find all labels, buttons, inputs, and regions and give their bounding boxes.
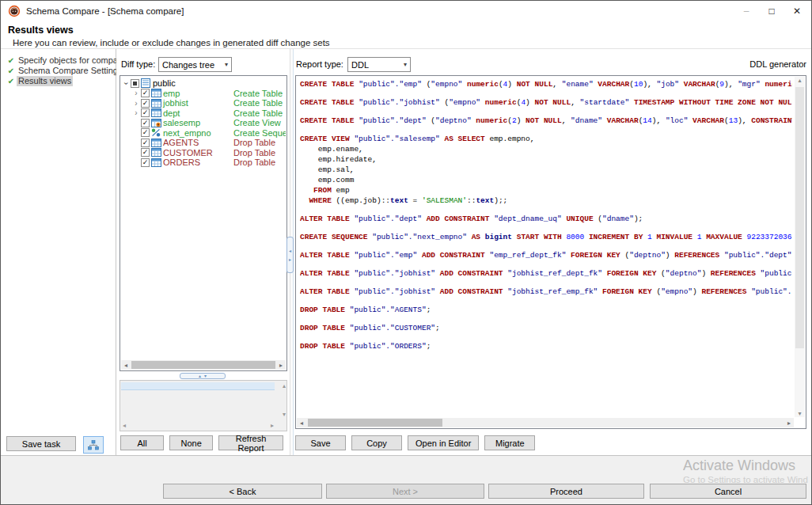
panel-splitter-handle[interactable]: ◂ ▸ [286,237,294,273]
object-name: next_empno [163,128,211,138]
tree-preview-splitter[interactable]: ▴ ▾ [116,373,289,380]
wizard-step-2[interactable]: ✔Results views [6,76,114,86]
scroll-down-icon[interactable]: ▾ [795,410,805,417]
tree-item-ORDERS[interactable]: ✓ORDERSDrop Table [121,158,286,168]
object-name: public [153,78,176,88]
include-checkbox[interactable]: ✓ [141,99,150,108]
include-checkbox[interactable]: ✓ [141,108,150,117]
diff-type-select[interactable]: Changes tree ▾ [158,57,232,72]
include-checkbox[interactable]: ✓ [141,119,150,127]
preview-scroll-up-icon[interactable]: ▴ [283,382,286,389]
include-checkbox[interactable]: ✓ [141,139,150,147]
table-icon [150,158,162,167]
collapse-right-icon[interactable]: ▸ [289,257,291,262]
preview-selected-row [121,382,275,390]
minimize-icon[interactable]: – [734,1,759,21]
code-line: DROP TABLE "public"."AGENTS"; [300,305,792,315]
object-name: dept [163,108,180,118]
expander-icon[interactable]: › [122,78,131,88]
wizard-step-0[interactable]: ✔Specify objects for comparison [6,55,114,66]
object-name: ORDERS [163,158,200,167]
scroll-left-icon[interactable]: ◂ [297,418,306,427]
scroll-right-icon[interactable]: ▸ [276,360,286,370]
tree-item-salesemp[interactable]: ✓salesempCreate View [121,118,286,128]
step-check-icon: ✔ [6,55,17,66]
all-button[interactable]: All [120,435,164,450]
code-scroll-thumb[interactable] [308,419,442,427]
close-icon[interactable]: ✕ [784,1,810,21]
diff-panel: Diff type: Changes tree ▾ ›public›✓empCr… [116,49,289,457]
table-icon [150,108,162,117]
detail-preview-pane[interactable]: ▴ ▾ ◂ ▸ [120,380,287,431]
tree-item-schema[interactable]: ›public [121,78,286,89]
preview-scroll-right-icon[interactable]: ▸ [271,422,274,429]
code-horizontal-scrollbar[interactable]: ◂ ▸ [297,418,794,427]
code-line: ALTER TABLE "public"."dept" ADD CONSTRAI… [300,214,792,224]
wizard-step-1[interactable]: ✔Schema Compare Settings [6,66,114,76]
maximize-icon[interactable]: □ [759,1,784,21]
save-task-button[interactable]: Save task [6,436,76,451]
open-in-editor-button[interactable]: Open in Editor [408,435,479,450]
scroll-right-icon[interactable]: ▸ [784,418,794,427]
tree-horizontal-scrollbar[interactable]: ◂ ▸ [121,360,286,370]
collapse-up-icon[interactable]: ▴ [199,374,201,378]
include-checkbox[interactable]: ✓ [141,158,150,167]
object-name: salesemp [163,118,200,127]
tree-item-emp[interactable]: ›✓empCreate Table [121,89,286,99]
window-title: Schema Compare - [Schema compare] [26,6,184,16]
cancel-button[interactable]: Cancel [650,484,806,499]
tree-scroll-thumb[interactable] [131,361,275,369]
expander-icon[interactable]: › [131,89,141,97]
page-subtitle: Here you can review, include or exclude … [13,38,330,47]
tree-item-next_empno[interactable]: ✓next_empnoCreate Sequence [121,128,286,139]
code-line: DROP TABLE "public"."CUSTOMER"; [300,323,792,333]
tree-item-dept[interactable]: ›✓deptCreate Table [121,108,286,119]
code-lines[interactable]: CREATE TABLE "public"."emp" ("empno" num… [300,79,792,416]
diff-type-value: Changes tree [162,60,222,70]
tree-item-jobhist[interactable]: ›✓jobhistCreate Table [121,98,286,108]
next-button[interactable]: Next > [326,484,484,499]
preview-scroll-left-icon[interactable]: ◂ [123,422,126,429]
task-tree-icon-button[interactable] [83,436,104,454]
change-action: Create Table [233,89,283,98]
proceed-button[interactable]: Proceed [488,484,644,499]
report-type-select[interactable]: DDL ▾ [347,57,411,72]
code-line: ALTER TABLE "public"."jobhist" ADD CONST… [300,287,792,297]
table-icon [150,89,162,97]
expander-icon[interactable]: › [131,99,141,108]
migrate-button[interactable]: Migrate [484,435,535,450]
code-vertical-scrollbar[interactable]: ▴ ▾ [795,77,805,417]
wizard-step-label: Results views [17,76,73,86]
include-checkbox[interactable] [131,79,139,88]
change-action: Drop Table [233,158,275,167]
include-checkbox[interactable]: ✓ [141,148,150,157]
code-line: emp.sal, [300,165,792,175]
table-icon [150,99,162,108]
wizard-list: ✔Specify objects for comparison✔Schema C… [6,55,114,86]
expander-icon[interactable]: › [131,108,141,117]
include-checkbox[interactable]: ✓ [141,128,150,137]
save-button[interactable]: Save [295,435,346,450]
copy-button[interactable]: Copy [351,435,402,450]
collapse-down-icon[interactable]: ▾ [204,374,207,378]
preview-scroll-down-icon[interactable]: ▾ [283,411,286,418]
wizard-sidebar: ✔Specify objects for comparison✔Schema C… [1,49,116,457]
include-checkbox[interactable]: ✓ [141,89,150,97]
scroll-left-icon[interactable]: ◂ [121,360,131,370]
none-button[interactable]: None [169,435,213,450]
tree-item-AGENTS[interactable]: ✓AGENTSDrop Table [121,138,286,148]
object-name: emp [163,89,180,98]
code-blank-line [300,89,792,97]
tree-item-CUSTOMER[interactable]: ✓CUSTOMERDrop Table [121,148,286,158]
collapse-left-icon[interactable]: ◂ [289,249,291,253]
ddl-code-editor[interactable]: CREATE TABLE "public"."emp" ("empno" num… [295,75,806,429]
code-vscroll-thumb[interactable] [795,87,804,348]
changes-tree: ›public›✓empCreate Table›✓jobhistCreate … [120,75,287,371]
change-action: Drop Table [233,148,275,158]
refresh-report-button[interactable]: Refresh Report [218,435,283,450]
code-line: emp.hiredate, [300,154,792,165]
object-name: AGENTS [163,138,199,147]
report-type-value: DDL [351,60,400,70]
back-button[interactable]: < Back [163,484,322,499]
scroll-up-icon[interactable]: ▴ [795,77,805,84]
